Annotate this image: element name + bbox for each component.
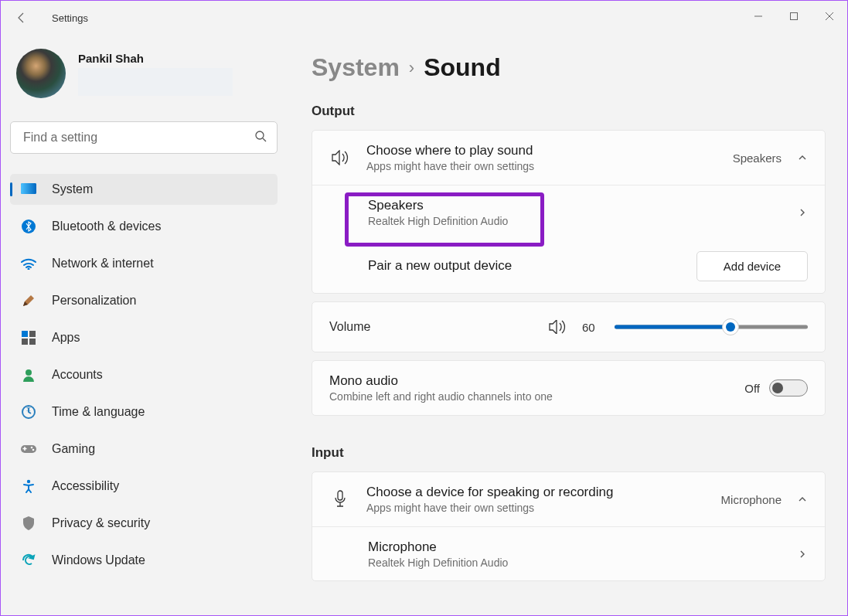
- accounts-icon: [21, 367, 36, 383]
- update-icon: [21, 553, 36, 568]
- choose-input-title: Choose a device for speaking or recordin…: [366, 485, 706, 500]
- time-icon: 文: [21, 404, 36, 420]
- nav-label: Accounts: [52, 368, 103, 382]
- nav-label: Gaming: [52, 442, 95, 456]
- svg-rect-17: [338, 491, 342, 500]
- volume-slider[interactable]: [615, 319, 808, 335]
- volume-value: 60: [582, 321, 601, 334]
- svg-point-10: [26, 369, 32, 376]
- avatar: [16, 49, 66, 98]
- svg-rect-0: [791, 13, 798, 20]
- nav-apps[interactable]: Apps: [10, 322, 278, 353]
- breadcrumb-parent[interactable]: System: [312, 53, 400, 82]
- app-title: Settings: [52, 12, 88, 24]
- add-device-button[interactable]: Add device: [696, 251, 808, 281]
- close-button[interactable]: [812, 1, 847, 32]
- chevron-up-icon: [797, 494, 808, 505]
- nav-label: System: [52, 182, 93, 196]
- system-icon: [21, 182, 36, 197]
- volume-row: Volume 60: [312, 302, 825, 352]
- svg-rect-6: [22, 331, 28, 337]
- nav-network[interactable]: Network & internet: [10, 248, 278, 279]
- nav-system[interactable]: System: [10, 174, 278, 205]
- nav-accessibility[interactable]: Accessibility: [10, 471, 278, 502]
- output-device-card: Choose where to play sound Apps might ha…: [312, 130, 826, 294]
- network-icon: [21, 256, 36, 271]
- pair-output-row: Pair a new output device Add device: [312, 239, 825, 293]
- input-section-label: Input: [312, 445, 826, 461]
- nav-label: Accessibility: [52, 479, 119, 493]
- pair-output-title: Pair a new output device: [368, 258, 681, 274]
- user-block[interactable]: Pankil Shah: [10, 43, 278, 104]
- nav-gaming[interactable]: Gaming: [10, 434, 278, 465]
- personalization-icon: [21, 293, 36, 308]
- bluetooth-icon: [21, 219, 36, 234]
- nav-label: Time & language: [52, 405, 145, 419]
- choose-input-row[interactable]: Choose a device for speaking or recordin…: [312, 472, 825, 526]
- breadcrumb-current: Sound: [424, 53, 501, 82]
- user-email: [78, 68, 233, 96]
- chevron-right-icon: [797, 207, 808, 218]
- nav-label: Windows Update: [52, 553, 145, 567]
- nav-privacy[interactable]: Privacy & security: [10, 508, 278, 539]
- choose-input-sub: Apps might have their own settings: [366, 502, 706, 514]
- nav-label: Privacy & security: [52, 516, 150, 530]
- svg-point-16: [27, 480, 30, 483]
- privacy-icon: [21, 516, 36, 531]
- speakers-device-row[interactable]: Speakers Realtek High Definition Audio: [312, 185, 825, 239]
- chevron-up-icon: [797, 152, 808, 163]
- mono-audio-row[interactable]: Mono audio Combine left and right audio …: [312, 361, 825, 415]
- accessibility-icon: [21, 478, 36, 494]
- svg-point-14: [31, 447, 33, 449]
- volume-label: Volume: [329, 320, 533, 334]
- svg-rect-7: [29, 331, 36, 337]
- choose-output-value: Speakers: [733, 151, 782, 165]
- choose-input-value: Microphone: [721, 493, 782, 506]
- microphone-icon: [329, 490, 351, 509]
- minimize-button[interactable]: [741, 1, 776, 32]
- mono-toggle[interactable]: [769, 379, 808, 396]
- choose-output-row[interactable]: Choose where to play sound Apps might ha…: [312, 131, 825, 185]
- speakers-sub: Realtek High Definition Audio: [368, 215, 782, 227]
- svg-point-5: [28, 268, 30, 271]
- nav-bluetooth[interactable]: Bluetooth & devices: [10, 211, 278, 242]
- nav-label: Network & internet: [52, 257, 154, 271]
- speaker-icon: [329, 150, 351, 165]
- back-button[interactable]: [10, 6, 33, 29]
- apps-icon: [21, 330, 36, 345]
- input-device-card: Choose a device for speaking or recordin…: [312, 471, 826, 581]
- nav-label: Bluetooth & devices: [52, 220, 161, 233]
- search-input[interactable]: [10, 121, 278, 154]
- nav-label: Apps: [52, 331, 80, 345]
- output-section-label: Output: [312, 104, 826, 119]
- user-name: Pankil Shah: [78, 52, 233, 65]
- nav-windows-update[interactable]: Windows Update: [10, 545, 278, 576]
- svg-rect-3: [21, 183, 36, 194]
- nav-label: Personalization: [52, 294, 136, 308]
- svg-rect-8: [22, 339, 28, 345]
- chevron-right-icon: [797, 549, 808, 560]
- svg-text:文: 文: [26, 406, 31, 411]
- svg-point-1: [256, 131, 264, 139]
- microphone-sub: Realtek High Definition Audio: [368, 556, 782, 569]
- microphone-device-row[interactable]: Microphone Realtek High Definition Audio: [312, 526, 825, 580]
- nav-accounts[interactable]: Accounts: [10, 359, 278, 390]
- gaming-icon: [21, 441, 36, 457]
- breadcrumb: System › Sound: [312, 53, 826, 82]
- speakers-title: Speakers: [368, 198, 782, 213]
- mono-sub: Combine left and right audio channels in…: [329, 390, 729, 403]
- chevron-right-icon: ›: [409, 58, 414, 78]
- choose-output-sub: Apps might have their own settings: [366, 160, 717, 172]
- svg-rect-9: [29, 339, 36, 345]
- mono-title: Mono audio: [329, 373, 729, 389]
- svg-point-15: [32, 449, 35, 451]
- volume-icon[interactable]: [547, 320, 568, 334]
- maximize-button[interactable]: [776, 1, 812, 32]
- mono-state: Off: [744, 382, 760, 395]
- choose-output-title: Choose where to play sound: [366, 143, 717, 158]
- microphone-title: Microphone: [368, 539, 782, 555]
- nav-personalization[interactable]: Personalization: [10, 285, 278, 316]
- nav-time-language[interactable]: 文 Time & language: [10, 396, 278, 427]
- search-icon: [254, 130, 267, 145]
